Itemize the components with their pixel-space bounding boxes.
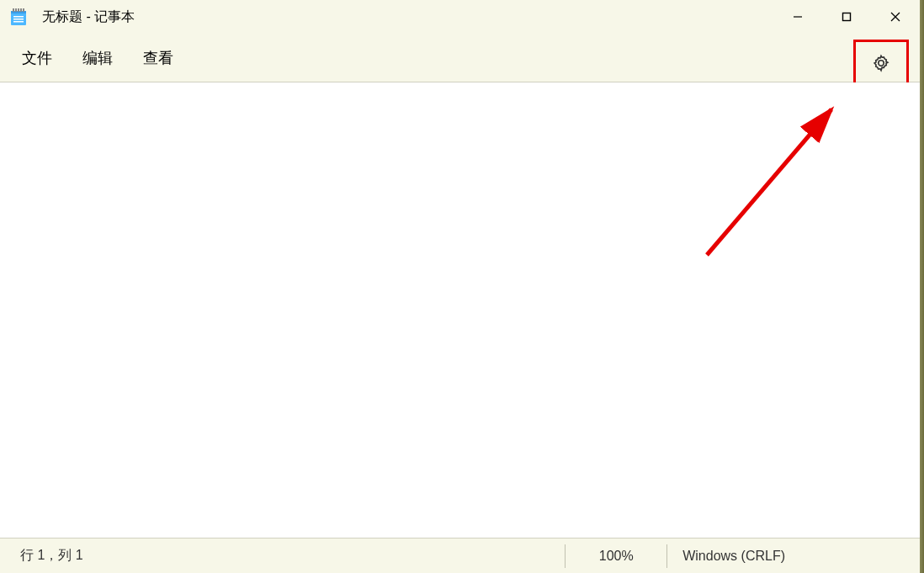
menu-file[interactable]: 文件 [7,41,67,75]
maximize-button[interactable] [822,0,871,34]
svg-rect-3 [15,8,17,12]
gear-icon [872,54,890,72]
annotation-arrow [698,91,850,259]
minimize-icon [793,12,803,22]
svg-rect-8 [13,19,24,20]
notepad-icon [10,8,27,25]
text-editor-area[interactable] [0,82,920,538]
svg-rect-7 [13,16,24,18]
status-zoom: 100% [566,549,666,564]
menu-view[interactable]: 查看 [128,41,189,75]
window-title: 无标题 - 记事本 [42,8,135,26]
close-icon [889,11,901,23]
titlebar: 无标题 - 记事本 [0,0,920,34]
window-controls [773,0,920,34]
svg-rect-5 [20,8,22,12]
svg-line-15 [707,109,831,255]
svg-rect-9 [13,21,24,23]
maximize-icon [842,12,852,22]
settings-button[interactable] [853,40,909,86]
svg-rect-11 [843,13,851,21]
statusbar: 行 1，列 1 100% Windows (CRLF) [0,538,920,573]
close-button[interactable] [871,0,920,34]
menubar: 文件 编辑 查看 [0,34,920,82]
svg-rect-2 [13,8,14,12]
notepad-window: 无标题 - 记事本 文件 编辑 查看 [0,0,920,573]
desktop-edge [920,0,924,573]
status-cursor-position: 行 1，列 1 [0,547,565,565]
svg-rect-4 [18,8,19,12]
status-line-ending: Windows (CRLF) [667,549,920,564]
menu-edit[interactable]: 编辑 [67,41,128,75]
svg-rect-6 [23,8,24,12]
minimize-button[interactable] [773,0,822,34]
